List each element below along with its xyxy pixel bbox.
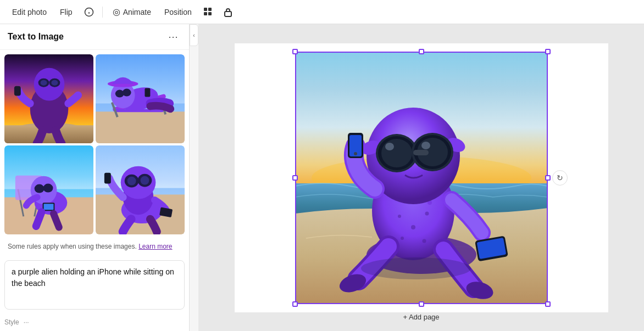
- panel-title: Text to Image: [8, 32, 64, 42]
- svg-rect-53: [104, 173, 111, 184]
- prompt-textarea[interactable]: [4, 260, 185, 310]
- svg-point-78: [385, 143, 394, 150]
- style-label: Style: [4, 318, 19, 326]
- svg-point-87: [361, 257, 471, 279]
- rotate-button[interactable]: ↻: [552, 170, 568, 186]
- main-layout: Text to Image ⋯: [0, 24, 644, 331]
- edit-photo-button[interactable]: Edit photo: [7, 4, 52, 20]
- svg-point-12: [34, 68, 65, 101]
- handle-middle-left[interactable]: [292, 175, 298, 181]
- handle-bottom-middle[interactable]: [419, 301, 424, 307]
- svg-point-28: [123, 89, 131, 97]
- svg-rect-4: [208, 8, 212, 11]
- style-section: Style ···: [0, 316, 189, 328]
- handle-top-left[interactable]: [292, 49, 298, 54]
- svg-point-64: [425, 211, 429, 215]
- learn-more-link[interactable]: Learn more: [138, 243, 172, 250]
- left-panel: Text to Image ⋯: [0, 24, 190, 331]
- svg-rect-20: [96, 111, 185, 143]
- grid-image-4[interactable]: [96, 145, 185, 234]
- svg-point-39: [35, 184, 45, 193]
- flip-button[interactable]: Flip: [54, 4, 78, 20]
- canvas-page: ↻: [235, 43, 608, 312]
- handle-top-right[interactable]: [545, 49, 551, 54]
- svg-rect-77: [413, 150, 429, 155]
- grid-button[interactable]: [199, 3, 217, 21]
- info-button[interactable]: [80, 3, 98, 21]
- svg-rect-5: [204, 12, 207, 15]
- panel-collapse-handle[interactable]: ‹: [190, 24, 198, 46]
- position-label: Position: [164, 8, 192, 16]
- panel-more-button[interactable]: ⋯: [165, 30, 181, 44]
- svg-rect-3: [204, 8, 207, 11]
- svg-point-63: [398, 215, 401, 218]
- svg-point-51: [127, 177, 136, 186]
- handle-bottom-right[interactable]: [545, 301, 551, 307]
- lock-button[interactable]: [219, 3, 237, 21]
- grid-image-1[interactable]: [4, 54, 93, 143]
- main-alien-image: [295, 52, 548, 304]
- more-icon: ⋯: [168, 31, 178, 42]
- toolbar-divider-1: [102, 7, 103, 18]
- handle-top-middle[interactable]: [419, 49, 424, 54]
- handle-bottom-left[interactable]: [292, 301, 298, 307]
- svg-point-73: [381, 139, 412, 167]
- handle-middle-right[interactable]: [545, 175, 551, 181]
- style-options: ···: [24, 318, 29, 326]
- svg-point-66: [401, 237, 404, 240]
- selected-image-container[interactable]: ↻: [295, 52, 548, 304]
- grid-image-2[interactable]: [96, 54, 185, 143]
- add-page-button[interactable]: + Add page: [395, 310, 447, 324]
- prompt-section: [0, 256, 189, 316]
- svg-point-52: [140, 176, 149, 185]
- image-grid: [0, 50, 189, 239]
- svg-rect-29: [145, 88, 150, 97]
- svg-rect-17: [14, 86, 21, 96]
- rules-text: Some rules apply when using these images…: [0, 239, 189, 256]
- svg-rect-7: [225, 12, 231, 16]
- panel-header: Text to Image ⋯: [0, 24, 189, 50]
- svg-point-67: [422, 239, 426, 243]
- edit-photo-label: Edit photo: [12, 8, 47, 16]
- animate-label: Animate: [123, 8, 151, 16]
- animate-icon: ◎: [113, 7, 120, 17]
- position-button[interactable]: Position: [159, 4, 197, 20]
- svg-point-40: [43, 184, 53, 193]
- add-page-label: + Add page: [403, 313, 439, 321]
- rules-message: Some rules apply when using these images…: [8, 243, 137, 250]
- animate-button[interactable]: ◎ Animate: [107, 3, 157, 20]
- flip-label: Flip: [60, 8, 73, 16]
- svg-rect-6: [208, 12, 212, 15]
- svg-point-16: [51, 80, 58, 86]
- svg-point-79: [421, 142, 430, 149]
- svg-rect-42: [44, 204, 54, 210]
- top-toolbar: Edit photo Flip ◎ Animate Position: [0, 0, 644, 24]
- grid-image-3[interactable]: [4, 145, 93, 234]
- svg-point-65: [411, 225, 415, 229]
- svg-point-82: [354, 152, 357, 155]
- canvas-area: ↻ + Add page: [198, 24, 644, 331]
- svg-point-15: [41, 80, 47, 86]
